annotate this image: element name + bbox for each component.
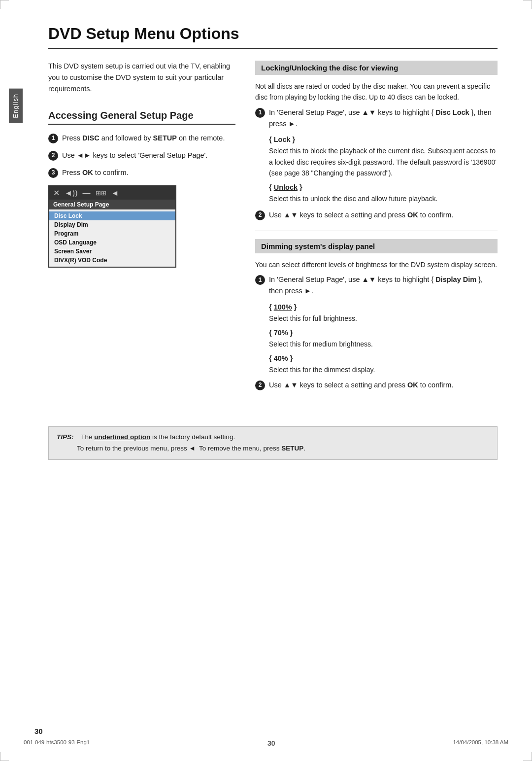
menu-item-display-dim: Display Dim	[49, 220, 175, 229]
dimming-step-2-text: Use ▲▼ keys to select a setting and pres…	[269, 380, 498, 391]
40pct-subsection: { 40% } Select this for the dimmest disp…	[269, 354, 498, 375]
tips-spacer	[57, 445, 75, 452]
locking-step-2-num: 2	[255, 210, 265, 220]
menu-item-divx: DIVX(R) VOD Code	[49, 256, 175, 265]
step-2-num: 2	[48, 151, 58, 161]
corner-tr	[523, 0, 532, 9]
menu-item-screen-saver: Screen Saver	[49, 247, 175, 256]
accessing-section: Accessing General Setup Page 1 Press DIS…	[48, 109, 235, 268]
step-2-text: Use ◄► keys to select 'General Setup Pag…	[62, 150, 235, 161]
step-1: 1 Press DISC and followed by SETUP on th…	[48, 133, 235, 144]
footer-right: 14/04/2005, 10:38 AM	[453, 739, 508, 747]
lock-title: { Lock }	[269, 136, 498, 143]
step-2: 2 Use ◄► keys to select 'General Setup P…	[48, 150, 235, 161]
corner-bl	[0, 752, 9, 761]
section-divider	[255, 231, 498, 231]
dimming-step-1-text: In 'General Setup Page', use ▲▼ keys to …	[269, 274, 498, 297]
screen-mockup: ✕ ◄)) — ⊞⊞ ◄ General Setup Page Disc Loc…	[48, 185, 176, 268]
step-1-num: 1	[48, 134, 58, 143]
step-3: 3 Press OK to confirm.	[48, 167, 235, 178]
tips-line2: To return to the previous menu, press ◄ …	[77, 445, 305, 452]
corner-br	[523, 752, 532, 761]
dimming-section-header: Dimming system's display panel	[255, 239, 498, 253]
locking-step-1: 1 In 'General Setup Page', use ▲▼ keys t…	[255, 107, 498, 130]
dimming-step-2: 2 Use ▲▼ keys to select a setting and pr…	[255, 380, 498, 391]
screen-title: General Setup Page	[49, 200, 175, 209]
70pct-body: Select this for medium brightness.	[269, 339, 498, 349]
screen-menu: Disc Lock Display Dim Program OSD Langua…	[49, 209, 175, 267]
footer: 001-049-hts3500-93-Eng1 30 14/04/2005, 1…	[24, 739, 508, 747]
right-column: Locking/Unlocking the disc for viewing N…	[255, 61, 498, 397]
40pct-body: Select this for the dimmest display.	[269, 364, 498, 375]
dimming-step-1: 1 In 'General Setup Page', use ▲▼ keys t…	[255, 274, 498, 297]
accessing-heading: Accessing General Setup Page	[48, 109, 235, 125]
back-icon: ◄	[111, 189, 119, 198]
step-3-text: Press OK to confirm.	[62, 167, 235, 178]
lock-body: Select this to block the playback of the…	[269, 145, 498, 178]
step-1-text: Press DISC and followed by SETUP on the …	[62, 133, 235, 144]
corner-tl	[0, 0, 9, 9]
locking-section: Locking/Unlocking the disc for viewing N…	[255, 61, 498, 221]
left-column: This DVD system setup is carried out via…	[48, 61, 235, 275]
tips-line1: The underlined option is the factory def…	[81, 433, 235, 441]
menu-item-program: Program	[49, 229, 175, 238]
tips-box: TIPS: The underlined option is the facto…	[48, 426, 498, 460]
step-3-num: 3	[48, 168, 58, 178]
70pct-subsection: { 70% } Select this for medium brightnes…	[269, 329, 498, 349]
dimming-step-2-num: 2	[255, 380, 265, 390]
locking-intro: Not all discs are rated or coded by the …	[255, 81, 498, 103]
tips-label: TIPS:	[57, 433, 74, 441]
unlock-title: { Unlock }	[269, 183, 498, 191]
100pct-subsection: { 100% } Select this for full brightness…	[269, 303, 498, 324]
dimming-intro: You can select different levels of brigh…	[255, 259, 498, 270]
dimming-section: Dimming system's display panel You can s…	[255, 239, 498, 391]
locking-step-1-num: 1	[255, 108, 265, 118]
locking-step-1-text: In 'General Setup Page', use ▲▼ keys to …	[269, 107, 498, 130]
volume-icon: ◄))	[65, 189, 78, 198]
page-number-left: 30	[34, 727, 43, 735]
menu-item-disc-lock: Disc Lock	[49, 211, 175, 220]
40pct-title: { 40% }	[269, 354, 498, 362]
100pct-title: { 100% }	[269, 303, 498, 311]
screen-toolbar: ✕ ◄)) — ⊞⊞ ◄	[49, 186, 175, 200]
mute-icon: ✕	[53, 188, 60, 198]
language-tab: English	[9, 89, 23, 123]
ff-icon: ⊞⊞	[96, 189, 106, 197]
intro-text: This DVD system setup is carried out via…	[48, 61, 235, 95]
dash-icon: —	[83, 189, 91, 198]
lock-subsection: { Lock } Select this to block the playba…	[269, 136, 498, 178]
70pct-title: { 70% }	[269, 329, 498, 337]
page-number-center: 30	[267, 739, 275, 747]
100pct-body: Select this for full brightness.	[269, 313, 498, 324]
locking-section-header: Locking/Unlocking the disc for viewing	[255, 61, 498, 75]
dimming-step-1-num: 1	[255, 275, 265, 285]
locking-step-2: 2 Use ▲▼ keys to select a setting and pr…	[255, 209, 498, 221]
unlock-body: Select this to unlock the disc and allow…	[269, 193, 498, 204]
footer-left: 001-049-hts3500-93-Eng1	[24, 739, 90, 747]
unlock-subsection: { Unlock } Select this to unlock the dis…	[269, 183, 498, 204]
page-title: DVD Setup Menu Options	[48, 25, 498, 49]
menu-item-osd-language: OSD Language	[49, 238, 175, 247]
locking-step-2-text: Use ▲▼ keys to select a setting and pres…	[269, 209, 498, 221]
